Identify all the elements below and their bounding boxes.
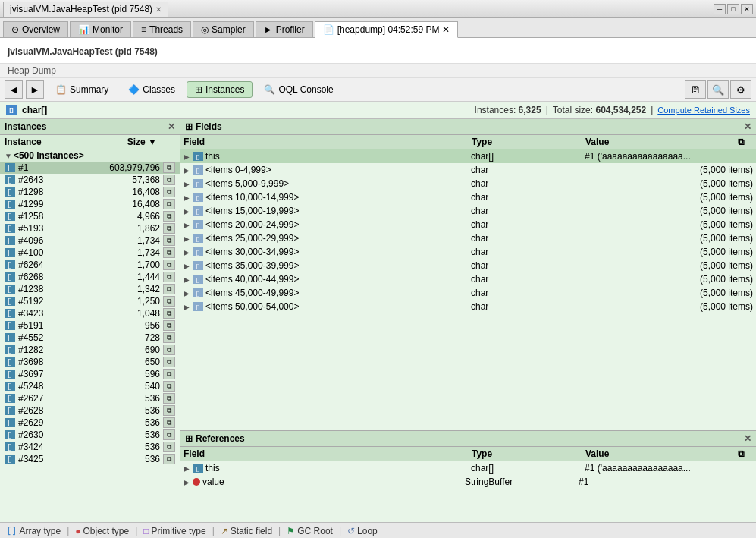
list-item[interactable]: [] #1258 4,966 ⧉	[0, 210, 180, 222]
field-expand-icon[interactable]: ▶	[184, 234, 193, 243]
copy-button[interactable]: ⧉	[163, 284, 175, 294]
fields-list[interactable]: ▶ [] this char[] #1 ('aaaaaaaaaaaaaaaa..…	[180, 149, 756, 430]
field-expand-icon[interactable]: ▶	[184, 248, 193, 256]
list-item[interactable]: [] #5248 540 ⧉	[0, 380, 180, 392]
copy-button[interactable]: ⧉	[163, 211, 175, 222]
table-row[interactable]: ▶ [] this char[] #1 ('aaaaaaaaaaaaaaaa..…	[180, 461, 756, 475]
copy-button[interactable]: ⧉	[163, 454, 175, 464]
tab-heapdump[interactable]: 📄 [heapdump] 04:52:59 PM ✕	[315, 21, 459, 38]
copy-button[interactable]: ⧉	[163, 162, 175, 173]
table-row[interactable]: ▶ [] <items 25,000-29,999> char (5,000 i…	[180, 231, 756, 245]
copy-button[interactable]: ⧉	[163, 223, 175, 234]
list-item[interactable]: [] #4096 1,734 ⧉	[0, 234, 180, 247]
instances-panel-close[interactable]: ✕	[168, 121, 175, 132]
table-row[interactable]: ▶ [] <items 0-4,999> char (5,000 items)	[180, 163, 756, 177]
list-item[interactable]: [] #5193 1,862 ⧉	[0, 222, 180, 234]
list-item[interactable]: [] #3698 650 ⧉	[0, 356, 180, 368]
copy-button[interactable]: ⧉	[163, 429, 175, 440]
tab-instances[interactable]: ⊞ Instances	[187, 81, 253, 98]
tab-sampler[interactable]: ◎ Sampler	[193, 21, 254, 37]
copy-button[interactable]: ⧉	[163, 175, 175, 185]
field-expand-icon[interactable]: ▶	[184, 207, 193, 216]
list-item[interactable]: [] #5192 1,250 ⧉	[0, 295, 180, 307]
tab-monitor[interactable]: 📊 Monitor	[70, 21, 131, 37]
settings-button[interactable]: ⚙	[730, 80, 751, 99]
instances-group-row[interactable]: ▼ <500 instances>	[0, 149, 180, 162]
copy-button[interactable]: ⧉	[163, 442, 175, 452]
instances-list[interactable]: ▼ <500 instances> [] #1 603,979,796 ⧉ []…	[0, 149, 180, 522]
copy-button[interactable]: ⧉	[163, 199, 175, 209]
copy-button[interactable]: ⧉	[163, 357, 175, 367]
table-row[interactable]: ▶ [] <items 30,000-34,999> char (5,000 i…	[180, 245, 756, 259]
list-item[interactable]: [] #3424 536 ⧉	[0, 441, 180, 453]
copy-button[interactable]: ⧉	[163, 296, 175, 307]
table-row[interactable]: ▶ [] <items 45,000-49,999> char (5,000 i…	[180, 286, 756, 300]
list-item[interactable]: [] #3423 1,048 ⧉	[0, 307, 180, 319]
table-row[interactable]: ▶ [] <items 35,000-39,999> char (5,000 i…	[180, 259, 756, 272]
list-item[interactable]: [] #1298 16,408 ⧉	[0, 186, 180, 198]
table-row[interactable]: ▶ value StringBuffer #1	[180, 475, 756, 489]
table-row[interactable]: ▶ [] <items 40,000-44,999> char (5,000 i…	[180, 272, 756, 286]
list-item[interactable]: [] #1238 1,342 ⧉	[0, 283, 180, 295]
list-item[interactable]: [] #1 603,979,796 ⧉	[0, 162, 180, 174]
list-item[interactable]: [] #5191 956 ⧉	[0, 319, 180, 332]
tab-threads[interactable]: ≡ Threads	[133, 21, 191, 37]
minimize-button[interactable]: ─	[714, 4, 726, 14]
field-expand-icon[interactable]: ▶	[184, 180, 193, 188]
list-item[interactable]: [] #2628 536 ⧉	[0, 404, 180, 417]
forward-button[interactable]: ►	[26, 80, 44, 99]
copy-button[interactable]: ⧉	[163, 247, 175, 258]
refs-list[interactable]: ▶ [] this char[] #1 ('aaaaaaaaaaaaaaaa..…	[180, 461, 756, 522]
close-button[interactable]: ✕	[741, 4, 753, 14]
list-item[interactable]: [] #2643 57,368 ⧉	[0, 174, 180, 186]
copy-button[interactable]: ⧉	[163, 308, 175, 319]
list-item[interactable]: [] #6264 1,700 ⧉	[0, 259, 180, 271]
table-row[interactable]: ▶ [] <items 10,000-14,999> char (5,000 i…	[180, 190, 756, 204]
table-row[interactable]: ▶ [] <items 5,000-9,999> char (5,000 ite…	[180, 177, 756, 190]
list-item[interactable]: [] #4100 1,734 ⧉	[0, 247, 180, 259]
copy-button[interactable]: ⧉	[163, 320, 175, 331]
copy-button[interactable]: ⧉	[163, 187, 175, 197]
field-expand-icon[interactable]: ▶	[184, 262, 193, 270]
copy-button[interactable]: ⧉	[163, 272, 175, 282]
list-item[interactable]: [] #1282 690 ⧉	[0, 344, 180, 356]
maximize-button[interactable]: □	[727, 4, 739, 14]
list-item[interactable]: [] #3425 536 ⧉	[0, 453, 180, 465]
heapdump-close[interactable]: ✕	[442, 24, 450, 35]
copy-button[interactable]: ⧉	[163, 417, 175, 428]
back-button[interactable]: ◄	[5, 80, 23, 99]
copy-button[interactable]: ⧉	[163, 381, 175, 392]
export-button[interactable]: 🖹	[685, 80, 706, 99]
table-row[interactable]: ▶ [] this char[] #1 ('aaaaaaaaaaaaaaaa..…	[180, 149, 756, 163]
field-expand-icon[interactable]: ▶	[184, 275, 193, 284]
copy-button[interactable]: ⧉	[163, 260, 175, 270]
list-item[interactable]: [] #2629 536 ⧉	[0, 417, 180, 429]
field-expand-icon[interactable]: ▶	[184, 289, 193, 297]
list-item[interactable]: [] #2630 536 ⧉	[0, 429, 180, 441]
field-expand-icon[interactable]: ▶	[184, 166, 193, 175]
field-expand-icon[interactable]: ▶	[184, 193, 193, 202]
table-row[interactable]: ▶ [] <items 50,000-54,000> char (5,000 i…	[180, 300, 756, 313]
list-item[interactable]: [] #1299 16,408 ⧉	[0, 198, 180, 210]
table-row[interactable]: ▶ [] <items 15,000-19,999> char (5,000 i…	[180, 204, 756, 218]
list-item[interactable]: [] #3697 596 ⧉	[0, 368, 180, 380]
list-item[interactable]: [] #6268 1,444 ⧉	[0, 271, 180, 283]
copy-button[interactable]: ⧉	[163, 405, 175, 416]
fields-panel-close[interactable]: ✕	[744, 121, 751, 132]
tab-oql[interactable]: 🔍 OQL Console	[256, 81, 341, 98]
tab-overview[interactable]: ⊙ Overview	[3, 21, 68, 37]
list-item[interactable]: [] #2627 536 ⧉	[0, 392, 180, 404]
table-row[interactable]: ▶ [] <items 20,000-24,999> char (5,000 i…	[180, 218, 756, 231]
compute-retained-link[interactable]: Compute Retained Sizes	[657, 105, 750, 115]
copy-button[interactable]: ⧉	[163, 345, 175, 355]
tab-classes[interactable]: 🔷 Classes	[120, 81, 184, 98]
tab-summary[interactable]: 📋 Summary	[47, 81, 117, 98]
ref-expand-icon[interactable]: ▶	[184, 478, 193, 486]
ref-expand-icon[interactable]: ▶	[184, 464, 193, 473]
copy-button[interactable]: ⧉	[163, 369, 175, 379]
field-expand-icon[interactable]: ▶	[184, 153, 193, 161]
copy-button[interactable]: ⧉	[163, 235, 175, 246]
tab-profiler[interactable]: ► Profiler	[256, 21, 313, 37]
window-tab-close[interactable]: ✕	[155, 5, 162, 14]
copy-button[interactable]: ⧉	[163, 332, 175, 343]
